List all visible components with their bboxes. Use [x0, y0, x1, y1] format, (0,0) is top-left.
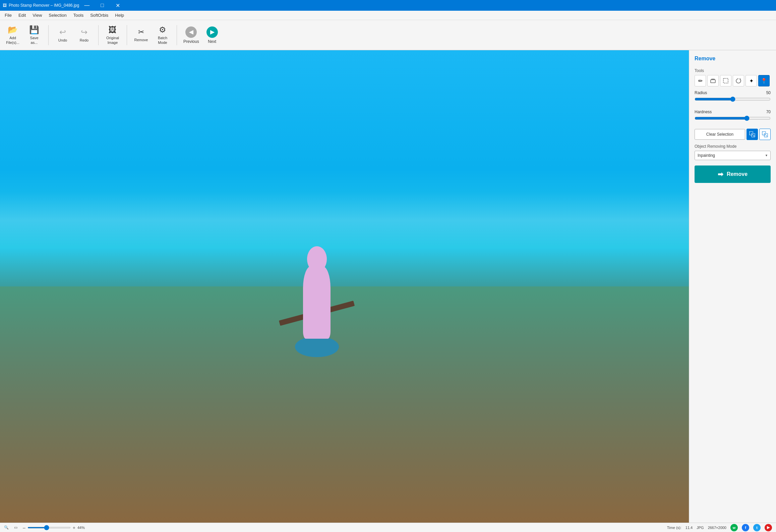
- menu-view[interactable]: View: [29, 11, 45, 19]
- menu-edit[interactable]: Edit: [15, 11, 29, 19]
- previous-nav-button[interactable]: ◀ Previous: [181, 24, 201, 46]
- object-removing-mode-section: Object Removing Mode Inpainting Content …: [695, 144, 771, 160]
- radius-slider[interactable]: [695, 96, 771, 102]
- object-removing-mode-label: Object Removing Mode: [695, 144, 771, 149]
- menu-file[interactable]: File: [1, 11, 15, 19]
- redo-label: Redo: [80, 38, 88, 43]
- add-files-button[interactable]: 📂 AddFile(s)...: [3, 22, 23, 48]
- next-nav-button[interactable]: ▶ Next: [204, 24, 220, 46]
- radius-header: Radius 50: [695, 90, 771, 95]
- hardness-slider[interactable]: [695, 116, 771, 121]
- subtract-from-selection-button[interactable]: [759, 129, 771, 140]
- radius-slider-section: Radius 50: [695, 90, 771, 103]
- time-value: 11.4: [685, 526, 693, 530]
- zoom-in-button[interactable]: +: [73, 525, 75, 530]
- remove-toolbar-button[interactable]: ✂ Remove: [131, 22, 151, 48]
- clouds: [0, 192, 689, 249]
- undo-button[interactable]: ↩ Undo: [53, 22, 73, 48]
- app-icon: 🖼: [3, 3, 7, 8]
- main-layout: Remove Tools ✏ ✦ 📍 Radius: [0, 50, 776, 523]
- menu-help[interactable]: Help: [112, 11, 127, 19]
- magic-wand-tool-button[interactable]: ✦: [745, 75, 757, 86]
- batch-mode-button[interactable]: ⚙ BatchMode: [153, 22, 173, 48]
- select-icon: ▭: [14, 525, 17, 530]
- minimize-button[interactable]: —: [79, 0, 95, 11]
- view-icon: 🔍: [4, 525, 9, 530]
- toolbar-separator-2: [98, 25, 99, 45]
- title-controls: — □ ✕: [79, 0, 125, 11]
- website-icon[interactable]: w: [730, 524, 738, 531]
- svg-rect-1: [723, 78, 728, 83]
- rect-select-tool-button[interactable]: [720, 75, 731, 86]
- add-files-label: AddFile(s)...: [6, 36, 19, 45]
- dimensions-label: 2667×2000: [708, 526, 726, 530]
- zoom-value: 44%: [77, 526, 85, 530]
- toolbar-separator-3: [127, 25, 127, 45]
- horizon: [0, 249, 689, 286]
- previous-circle-icon: ◀: [185, 26, 197, 38]
- batch-mode-label: BatchMode: [158, 36, 167, 45]
- svg-rect-2: [750, 132, 753, 135]
- person-kayaker: [289, 253, 344, 357]
- remove-toolbar-icon: ✂: [138, 28, 144, 37]
- undo-label: Undo: [58, 38, 67, 43]
- svg-rect-0: [711, 80, 715, 83]
- menu-selection[interactable]: Selection: [45, 11, 70, 19]
- pin-tool-button[interactable]: 📍: [758, 75, 770, 86]
- lasso-tool-button[interactable]: [733, 75, 744, 86]
- removing-mode-dropdown[interactable]: Inpainting Content Aware Fill Clone: [695, 151, 771, 160]
- eraser-tool-button[interactable]: [707, 75, 719, 86]
- maximize-button[interactable]: □: [95, 0, 110, 11]
- remove-action-button[interactable]: ➡ Remove: [695, 165, 771, 183]
- title-bar: 🖼 Photo Stamp Remover – IMG_0486.jpg — □…: [0, 0, 776, 11]
- title-text: Photo Stamp Remover – IMG_0486.jpg: [9, 3, 79, 8]
- kayak-body: [295, 336, 339, 357]
- clear-selection-button[interactable]: Clear Selection: [695, 129, 745, 140]
- hardness-header: Hardness 70: [695, 110, 771, 114]
- next-circle-icon: ▶: [206, 26, 218, 38]
- next-label: Next: [208, 39, 216, 44]
- save-as-icon: 💾: [29, 25, 39, 35]
- tools-section: Tools ✏ ✦ 📍: [695, 68, 771, 86]
- save-as-label: Saveas...: [30, 36, 38, 45]
- zoom-slider[interactable]: [27, 527, 71, 528]
- hardness-slider-section: Hardness 70: [695, 110, 771, 122]
- batch-mode-icon: ⚙: [159, 25, 166, 35]
- undo-icon: ↩: [59, 27, 66, 37]
- status-bar: 🔍 ▭ – + 44% Time (s): 11.4 JPG 2667×2000…: [0, 523, 776, 532]
- original-image-button[interactable]: 🖼 OriginalImage: [103, 22, 123, 48]
- panel-title: Remove: [695, 56, 771, 62]
- menu-bar: File Edit View Selection Tools SoftOrbis…: [0, 11, 776, 20]
- toolbar-separator-4: [177, 25, 177, 45]
- status-right: Time (s): 11.4 JPG 2667×2000 w f t ▶: [667, 524, 772, 531]
- menu-tools[interactable]: Tools: [70, 11, 87, 19]
- facebook-icon[interactable]: f: [742, 524, 749, 531]
- svg-rect-5: [764, 134, 768, 137]
- format-label: JPG: [697, 526, 704, 530]
- person-head: [307, 246, 327, 272]
- redo-icon: ↪: [81, 27, 87, 37]
- add-to-selection-button[interactable]: [747, 129, 758, 140]
- twitter-icon[interactable]: t: [753, 524, 761, 531]
- radius-value: 50: [766, 90, 771, 95]
- save-as-button[interactable]: 💾 Saveas...: [24, 22, 44, 48]
- original-image-icon: 🖼: [109, 25, 117, 35]
- menu-softorbis[interactable]: SoftOrbis: [87, 11, 112, 19]
- hardness-value: 70: [766, 110, 771, 114]
- tools-section-label: Tools: [695, 68, 771, 73]
- close-button[interactable]: ✕: [110, 0, 125, 11]
- svg-rect-4: [762, 132, 766, 135]
- zoom-out-button[interactable]: –: [23, 525, 25, 530]
- original-image-label: OriginalImage: [106, 36, 119, 45]
- redo-button[interactable]: ↪ Redo: [74, 22, 94, 48]
- removing-mode-dropdown-wrapper: Inpainting Content Aware Fill Clone: [695, 151, 771, 160]
- youtube-icon[interactable]: ▶: [765, 524, 772, 531]
- water: [0, 286, 689, 523]
- toolbar-separator-1: [48, 25, 49, 45]
- remove-toolbar-label: Remove: [134, 38, 148, 42]
- canvas-area[interactable]: [0, 50, 689, 523]
- brush-tool-button[interactable]: ✏: [695, 75, 706, 86]
- time-label: Time (s):: [667, 526, 681, 530]
- remove-arrow-icon: ➡: [718, 170, 723, 178]
- person-body: [303, 266, 331, 339]
